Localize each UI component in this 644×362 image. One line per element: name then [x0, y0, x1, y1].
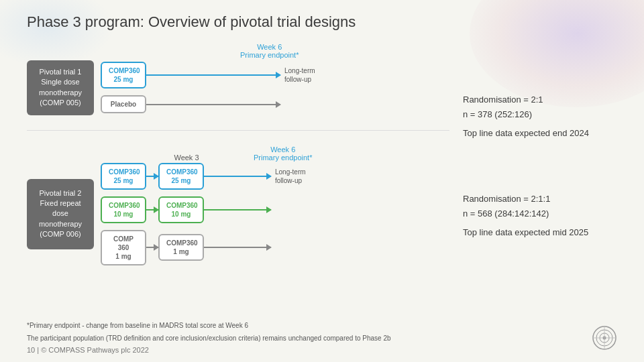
stats-area: Randomisation = 2:1 n = 378 (252:126) To… — [463, 43, 617, 265]
trial2-arm3: COMP 360 1 mg COMP360 1 mg — [101, 230, 306, 265]
trial2-n: n = 568 (284:142:142) — [463, 206, 617, 221]
trial2-arm3-pill2: COMP360 1 mg — [158, 234, 204, 261]
trial2-arm2: COMP360 10 mg COMP360 10 mg — [101, 196, 306, 223]
trial1-label: Pivotal trial 1 Single dose monotherapy … — [27, 60, 94, 115]
trial2-week6-sub: Primary endpoint* — [254, 154, 312, 162]
trial1-topline: Top line data expected end 2024 — [463, 126, 617, 141]
trial1-arm1: COMP360 25 mg Long-termfollow-up — [101, 62, 315, 88]
trial2-followup: Long-termfollow-up — [275, 168, 306, 185]
trial2-arm1-pill2: COMP360 25 mg — [158, 163, 204, 190]
trial2-arm2-arrow1 — [146, 209, 158, 210]
trial1-arm2: Placebo — [101, 95, 315, 113]
trial2-arm3-pill1: COMP 360 1 mg — [101, 230, 146, 265]
trial2-arm1-pill1: COMP360 25 mg — [101, 163, 146, 190]
trial2-arm2-arrow2 — [204, 209, 271, 210]
trial1-week6-sub: Primary endpoint* — [240, 51, 299, 59]
trial1-stats: Randomisation = 2:1 n = 378 (252:126) To… — [463, 86, 617, 147]
trial1-rand: Randomisation = 2:1 — [463, 93, 617, 107]
trial2-block: Week 3 Week 6 Primary endpoint* Pivotal … — [27, 145, 449, 265]
separator — [27, 130, 449, 131]
trial1-followup: Long-termfollow-up — [284, 66, 315, 84]
trial1-arm2-pill: Placebo — [101, 95, 146, 113]
diagram-area: Week 6 Primary endpoint* Pivotal trial 1… — [27, 43, 449, 265]
trial2-week3-label: Week 3 — [160, 154, 213, 162]
footer: *Primary endpoint - change from baseline… — [27, 320, 617, 354]
trial1-arm2-arrow — [146, 104, 280, 105]
trial1-n: n = 378 (252:126) — [463, 107, 617, 122]
trial1-week6-label: Week 6 — [240, 43, 299, 51]
trial1-block: Week 6 Primary endpoint* Pivotal trial 1… — [27, 43, 449, 115]
footer-bar: 10 | © COMPASS Pathways plc 2022 — [27, 346, 617, 354]
trial2-week6-label: Week 6 — [254, 145, 312, 154]
trial2-arms: COMP360 25 mg COMP360 25 mg Long-termfol… — [101, 163, 306, 265]
footer-page: 10 | © COMPASS Pathways plc 2022 — [27, 346, 149, 354]
content-area: Week 6 Primary endpoint* Pivotal trial 1… — [27, 43, 617, 265]
trial2-label: Pivotal trial 2 Fixed repeat dose monoth… — [27, 179, 94, 249]
trial1-arm1-arrow — [146, 74, 280, 76]
footer-note2: The participant population (TRD definiti… — [27, 333, 617, 343]
trial2-rand: Randomisation = 2:1:1 — [463, 192, 617, 206]
slide-title: Phase 3 program: Overview of pivotal tri… — [27, 13, 617, 31]
trial2-arm2-pill2: COMP360 10 mg — [158, 196, 204, 223]
trial2-arm3-arrow2 — [204, 247, 271, 248]
trial2-arm3-arrow1 — [146, 247, 158, 248]
trial1-arms: COMP360 25 mg Long-termfollow-up Placebo — [101, 62, 315, 113]
trial2-stats: Randomisation = 2:1:1 n = 568 (284:142:1… — [463, 185, 617, 247]
compass-logo — [592, 325, 617, 351]
footer-note1: *Primary endpoint - change from baseline… — [27, 320, 617, 330]
trial2-arm2-pill1: COMP360 10 mg — [101, 196, 146, 223]
trial1-arm1-pill: COMP360 25 mg — [101, 62, 146, 88]
trial2-arm1: COMP360 25 mg COMP360 25 mg Long-termfol… — [101, 163, 306, 190]
trial2-arm1-arrow1 — [146, 176, 158, 177]
trial2-arm1-arrow2 — [204, 176, 271, 177]
trial2-topline: Top line data expected mid 2025 — [463, 225, 617, 240]
